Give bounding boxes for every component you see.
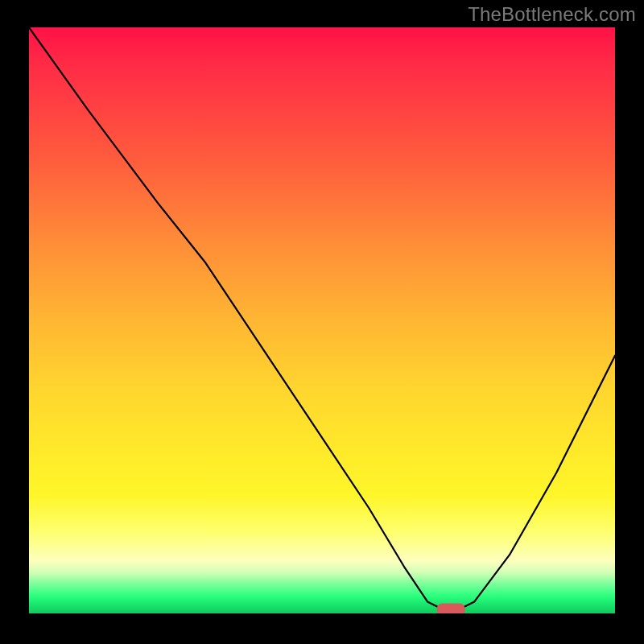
plot-gradient-background xyxy=(29,27,615,613)
chart-frame: TheBottleneck.com xyxy=(0,0,644,644)
watermark-text: TheBottleneck.com xyxy=(468,3,636,26)
